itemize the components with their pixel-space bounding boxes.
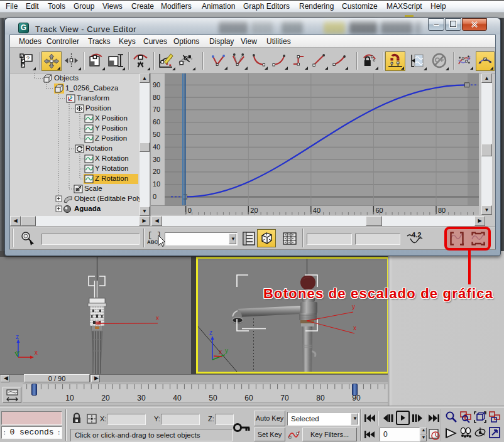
svg-text:z: z — [209, 329, 212, 336]
svg-text:z: z — [16, 333, 19, 340]
svg-text:?: ? — [26, 55, 30, 62]
svg-text:y: y — [16, 349, 19, 356]
svg-text:80: 80 — [438, 207, 446, 214]
svg-text:20: 20 — [101, 394, 110, 402]
svg-text:60: 60 — [244, 394, 253, 402]
svg-text:0: 0 — [188, 207, 192, 214]
svg-text:20: 20 — [250, 207, 258, 214]
svg-text:60: 60 — [375, 207, 383, 214]
svg-text:ABC: ABC — [147, 239, 158, 245]
svg-text:4.2: 4.2 — [412, 231, 421, 239]
svg-text:50: 50 — [209, 394, 217, 402]
svg-text:40: 40 — [173, 394, 182, 402]
svg-text:30: 30 — [137, 394, 146, 402]
svg-text:80: 80 — [316, 394, 325, 402]
svg-text:x: x — [219, 348, 222, 355]
svg-text:y: y — [225, 347, 228, 354]
svg-text:x: x — [35, 349, 38, 356]
svg-text:40: 40 — [313, 207, 320, 214]
svg-text:10: 10 — [65, 394, 74, 402]
svg-text:y: y — [352, 303, 355, 310]
svg-text:70: 70 — [280, 394, 289, 402]
svg-text:x: x — [156, 315, 159, 321]
svg-text:x: x — [353, 325, 356, 332]
svg-text:t: t — [70, 95, 72, 99]
